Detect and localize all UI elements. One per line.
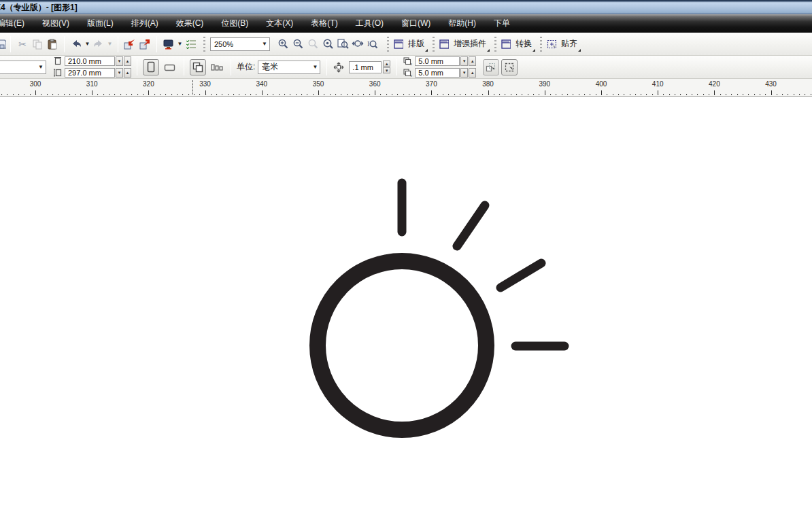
drawing-ray-upper-diagonal (457, 205, 485, 246)
paste-icon[interactable] (45, 36, 60, 52)
ruler-number: 360 (369, 80, 381, 88)
menu-item-bitmaps[interactable]: 位图(B) (214, 14, 255, 33)
nudge-offset-icon (333, 62, 344, 73)
import-icon[interactable] (122, 36, 137, 52)
landscape-button[interactable] (162, 59, 178, 75)
menu-item-edit[interactable]: 编辑(E) (0, 14, 31, 33)
ruler-number: 350 (313, 80, 324, 88)
paper-combo-arrow-icon[interactable]: ▼ (36, 64, 46, 70)
ruler-major-tick (205, 90, 206, 95)
ruler-number: 400 (596, 80, 607, 88)
drawing-circle (318, 261, 486, 430)
menu-item-window[interactable]: 窗口(W) (394, 14, 437, 33)
plugin-button-enhance[interactable]: 增强插件 (439, 35, 490, 53)
ruler-major-tick (545, 90, 545, 95)
options-list-icon[interactable] (184, 36, 199, 52)
dup-y-spin-down-icon[interactable]: ▼ (460, 68, 468, 78)
svg-text:x: x (410, 62, 412, 65)
ruler-major-tick (771, 90, 772, 95)
cut-icon[interactable]: ✂ (15, 36, 30, 52)
paper-height-spin-down-icon[interactable]: ▼ (116, 68, 123, 78)
redo-icon[interactable] (91, 36, 106, 52)
zoom-all-objects-icon[interactable] (320, 36, 335, 52)
ruler-number: 320 (143, 80, 154, 88)
menu-item-arrange[interactable]: 排列(A) (124, 14, 165, 33)
flyout-corner-icon (578, 49, 581, 52)
plugin-button-label: 贴齐 (561, 38, 577, 50)
marquee-select-toggle[interactable] (501, 59, 518, 75)
horizontal-ruler[interactable]: 3003103203303403503603703803904004104204… (0, 79, 812, 97)
zoom-page-height-icon[interactable]: I (365, 36, 380, 52)
ruler-major-tick (601, 90, 602, 95)
ruler-major-tick (35, 90, 36, 95)
paper-height-spin-up-icon[interactable]: ▲ (124, 68, 131, 78)
paper-width-spin-up-icon[interactable]: ▲ (124, 56, 131, 66)
drawing-canvas[interactable] (0, 97, 812, 529)
nudge-spin-up-icon[interactable]: ▲ (383, 61, 390, 67)
units-combo-arrow-icon[interactable]: ▼ (310, 64, 320, 70)
application-launcher-icon[interactable] (161, 36, 176, 52)
facing-pages-button[interactable] (209, 59, 225, 75)
save-icon[interactable] (0, 36, 6, 52)
flyout-corner-icon (425, 49, 428, 52)
plugin-button-snap[interactable]: 贴齐 (547, 35, 581, 53)
dup-y-spin-up-icon[interactable]: ▲ (469, 68, 476, 78)
dup-x-spin-up-icon[interactable]: ▲ (469, 56, 476, 66)
ruler-number: 300 (30, 80, 41, 88)
menu-item-tools[interactable]: 工具(O) (349, 14, 390, 33)
treat-as-filled-toggle[interactable] (483, 59, 499, 75)
ruler-major-tick (658, 90, 658, 95)
duplicate-x-field[interactable]: 5.0 mm (415, 56, 460, 66)
window-icon (394, 40, 403, 48)
ruler-number: 330 (199, 80, 211, 88)
zoom-combo-arrow-icon[interactable]: ▼ (260, 41, 269, 47)
paper-height-icon (53, 69, 63, 77)
menu-item-order[interactable]: 下单 (487, 14, 517, 33)
menu-item-layout[interactable]: 版面(L) (80, 14, 120, 33)
plugin-button-label: 转换 (515, 38, 532, 50)
plugin-button-convert[interactable]: 转换 (501, 35, 535, 53)
plugin-button-layout[interactable]: 排版 (394, 35, 428, 53)
menu-item-text[interactable]: 文本(X) (259, 14, 300, 33)
nudge-offset-field[interactable]: .1 mm (349, 61, 382, 73)
zoom-to-page-icon[interactable] (335, 36, 350, 52)
redo-dropdown-icon: ▼ (106, 36, 114, 52)
menu-item-help[interactable]: 帮助(H) (441, 14, 483, 33)
zoom-level-combo[interactable]: 250% ▼ (210, 37, 270, 51)
export-icon[interactable] (137, 36, 152, 52)
svg-text:I: I (367, 40, 369, 48)
zoom-in-icon[interactable] (275, 36, 290, 52)
paper-type-combo[interactable]: ▼ (0, 61, 46, 74)
launcher-dropdown-icon[interactable]: ▼ (176, 36, 184, 52)
portrait-button[interactable] (143, 59, 159, 75)
nudge-spin-down-icon[interactable]: ▼ (383, 67, 390, 73)
plugin-button-label: 增强插件 (454, 38, 486, 50)
paper-height-field[interactable]: 297.0 mm (65, 68, 115, 78)
ruler-major-tick (375, 90, 375, 95)
sun-circle-drawing[interactable] (0, 97, 812, 529)
menu-item-table[interactable]: 表格(T) (304, 14, 344, 33)
duplicate-y-field[interactable]: 5.0 mm (415, 68, 460, 78)
paper-width-spin-down-icon[interactable]: ▼ (116, 56, 123, 66)
duplicate-x-icon: x (403, 57, 413, 65)
undo-icon[interactable] (69, 36, 84, 52)
duplicate-y-icon: y (403, 69, 413, 77)
all-pages-button[interactable] (190, 59, 206, 75)
copy-icon[interactable] (30, 36, 45, 52)
menu-item-view[interactable]: 视图(V) (35, 14, 76, 33)
units-combo[interactable]: 毫米 ▼ (258, 61, 320, 74)
ruler-number: 420 (709, 80, 720, 88)
dup-x-spin-down-icon[interactable]: ▼ (460, 56, 468, 66)
ruler-page-marker (192, 80, 193, 95)
window-icon (439, 40, 449, 48)
zoom-page-width-icon[interactable] (350, 36, 365, 52)
menu-item-effects[interactable]: 效果(C) (169, 14, 211, 33)
zoom-out-icon[interactable] (290, 36, 305, 52)
window-title: X4（专业版）- [图形1] (0, 2, 78, 14)
paper-width-icon (53, 57, 63, 65)
undo-dropdown-icon[interactable]: ▼ (84, 36, 91, 52)
ruler-major-tick (488, 90, 489, 95)
paper-width-field[interactable]: 210.0 mm (65, 56, 115, 66)
units-label: 单位: (237, 61, 255, 73)
ruler-major-tick (714, 90, 715, 95)
